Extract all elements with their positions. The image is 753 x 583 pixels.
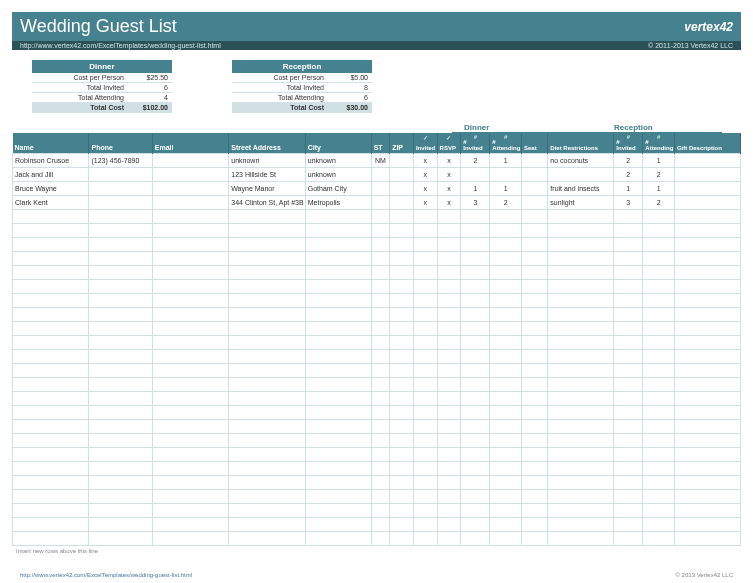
cell-city[interactable]: unknown — [305, 168, 371, 182]
cell-empty[interactable] — [614, 476, 643, 490]
cell-empty[interactable] — [413, 504, 437, 518]
cell-empty[interactable] — [152, 504, 228, 518]
cell-empty[interactable] — [413, 448, 437, 462]
cell-invited[interactable]: x — [413, 182, 437, 196]
cell-gift[interactable] — [674, 154, 740, 168]
cell-empty[interactable] — [614, 504, 643, 518]
cell-empty[interactable] — [390, 350, 414, 364]
cell-empty[interactable] — [390, 252, 414, 266]
cell-empty[interactable] — [13, 294, 89, 308]
cell-empty[interactable] — [643, 350, 675, 364]
cell-empty[interactable] — [305, 462, 371, 476]
cell-phone[interactable] — [89, 196, 152, 210]
table-row[interactable]: Robinson Crusoe(123) 456-7890unknownunkn… — [13, 154, 741, 168]
table-row-empty[interactable] — [13, 308, 741, 322]
cell-empty[interactable] — [229, 224, 305, 238]
cell-empty[interactable] — [521, 252, 547, 266]
cell-empty[interactable] — [152, 406, 228, 420]
cell-empty[interactable] — [13, 490, 89, 504]
cell-empty[interactable] — [674, 336, 740, 350]
cell-empty[interactable] — [371, 252, 389, 266]
cell-empty[interactable] — [674, 364, 740, 378]
cell-empty[interactable] — [521, 462, 547, 476]
cell-empty[interactable] — [371, 504, 389, 518]
cell-empty[interactable] — [674, 280, 740, 294]
cell-empty[interactable] — [371, 294, 389, 308]
cell-email[interactable] — [152, 196, 228, 210]
cell-empty[interactable] — [521, 322, 547, 336]
cell-empty[interactable] — [89, 518, 152, 532]
cell-empty[interactable] — [13, 350, 89, 364]
cell-empty[interactable] — [437, 378, 461, 392]
cell-empty[interactable] — [437, 518, 461, 532]
cell-empty[interactable] — [461, 518, 490, 532]
cell-empty[interactable] — [390, 322, 414, 336]
cell-empty[interactable] — [614, 378, 643, 392]
cell-empty[interactable] — [13, 364, 89, 378]
cell-empty[interactable] — [548, 322, 614, 336]
cell-empty[interactable] — [548, 252, 614, 266]
cell-empty[interactable] — [461, 434, 490, 448]
cell-empty[interactable] — [614, 210, 643, 224]
cell-empty[interactable] — [643, 518, 675, 532]
table-row-empty[interactable] — [13, 532, 741, 546]
table-row[interactable]: Clark Kent344 Clinton St, Apt #3BMetropo… — [13, 196, 741, 210]
cell-empty[interactable] — [89, 406, 152, 420]
cell-empty[interactable] — [305, 294, 371, 308]
table-row-empty[interactable] — [13, 476, 741, 490]
cell-empty[interactable] — [461, 350, 490, 364]
cell-empty[interactable] — [614, 518, 643, 532]
cell-empty[interactable] — [521, 392, 547, 406]
cell-empty[interactable] — [521, 420, 547, 434]
cell-empty[interactable] — [371, 392, 389, 406]
table-row-empty[interactable] — [13, 490, 741, 504]
cell-empty[interactable] — [521, 406, 547, 420]
cell-d_att[interactable] — [490, 168, 522, 182]
cell-empty[interactable] — [437, 252, 461, 266]
cell-empty[interactable] — [490, 462, 522, 476]
cell-invited[interactable]: x — [413, 196, 437, 210]
cell-empty[interactable] — [437, 532, 461, 546]
cell-empty[interactable] — [305, 280, 371, 294]
cell-empty[interactable] — [152, 266, 228, 280]
cell-empty[interactable] — [674, 266, 740, 280]
cell-empty[interactable] — [305, 406, 371, 420]
cell-invited[interactable]: x — [413, 154, 437, 168]
cell-empty[interactable] — [13, 252, 89, 266]
cell-r_inv[interactable]: 2 — [614, 154, 643, 168]
cell-empty[interactable] — [643, 210, 675, 224]
cell-empty[interactable] — [305, 308, 371, 322]
cell-empty[interactable] — [461, 420, 490, 434]
cell-empty[interactable] — [229, 434, 305, 448]
cell-rsvp[interactable]: x — [437, 182, 461, 196]
cell-d_inv[interactable] — [461, 168, 490, 182]
cell-empty[interactable] — [413, 378, 437, 392]
cell-empty[interactable] — [548, 350, 614, 364]
cell-empty[interactable] — [152, 462, 228, 476]
cell-empty[interactable] — [674, 252, 740, 266]
cell-empty[interactable] — [548, 280, 614, 294]
cell-empty[interactable] — [413, 252, 437, 266]
cell-empty[interactable] — [643, 434, 675, 448]
cell-empty[interactable] — [413, 210, 437, 224]
table-row-empty[interactable] — [13, 462, 741, 476]
cell-empty[interactable] — [229, 294, 305, 308]
cell-empty[interactable] — [614, 336, 643, 350]
cell-empty[interactable] — [643, 392, 675, 406]
cell-empty[interactable] — [89, 364, 152, 378]
cell-empty[interactable] — [371, 462, 389, 476]
cell-empty[interactable] — [490, 336, 522, 350]
cell-empty[interactable] — [614, 406, 643, 420]
cell-empty[interactable] — [152, 518, 228, 532]
table-row-empty[interactable] — [13, 224, 741, 238]
cell-empty[interactable] — [371, 224, 389, 238]
cell-empty[interactable] — [437, 294, 461, 308]
cell-empty[interactable] — [152, 364, 228, 378]
cell-empty[interactable] — [674, 406, 740, 420]
cell-empty[interactable] — [490, 294, 522, 308]
cell-empty[interactable] — [490, 490, 522, 504]
cell-empty[interactable] — [461, 336, 490, 350]
cell-empty[interactable] — [89, 350, 152, 364]
cell-empty[interactable] — [152, 476, 228, 490]
cell-empty[interactable] — [229, 378, 305, 392]
